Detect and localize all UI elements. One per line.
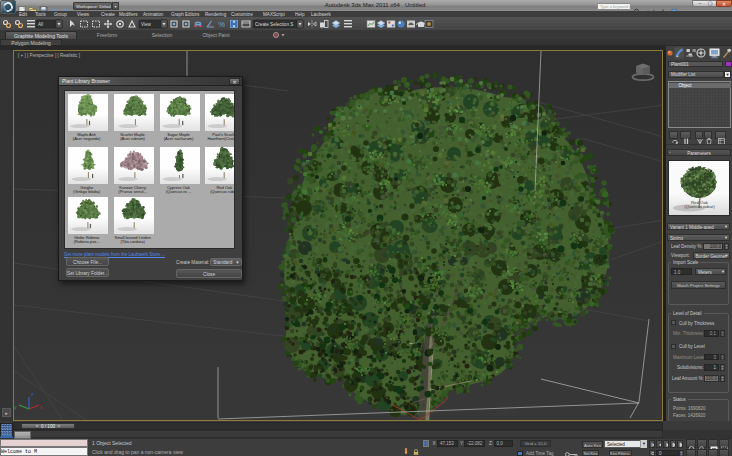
svg-text:All: All xyxy=(38,22,43,27)
svg-text:Create Selection S: Create Selection S xyxy=(255,22,293,27)
svg-text:y: y xyxy=(14,404,17,410)
svg-text:%: % xyxy=(218,20,225,29)
svg-text:x: x xyxy=(40,404,43,410)
svg-text:View: View xyxy=(141,22,152,27)
svg-text:z: z xyxy=(31,391,34,397)
